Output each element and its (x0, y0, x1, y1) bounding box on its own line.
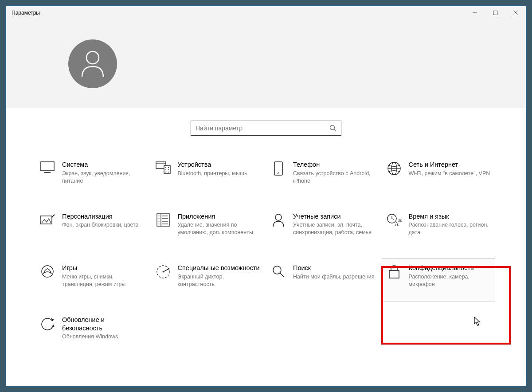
settings-window: Параметры (6, 6, 526, 386)
time-language-icon: A 字 (387, 212, 402, 227)
search-tile-icon (271, 264, 286, 279)
header-area (6, 20, 526, 108)
tile-apps[interactable]: Приложения Удаление, значения по умолчан… (153, 210, 264, 239)
tile-desc: Найти мои файлы, разрешения (293, 273, 377, 281)
svg-text:字: 字 (398, 219, 402, 223)
svg-point-29 (158, 221, 159, 222)
svg-point-17 (168, 172, 169, 172)
svg-rect-18 (274, 162, 282, 175)
svg-point-19 (278, 173, 279, 174)
svg-point-15 (168, 169, 169, 170)
tile-title: Система (62, 161, 146, 169)
svg-marker-50 (51, 325, 55, 328)
tile-title: Устройства (178, 161, 262, 169)
svg-line-24 (52, 215, 55, 217)
system-icon (40, 161, 55, 176)
tile-title: Обновление и безопасность (62, 316, 146, 333)
privacy-icon (387, 264, 402, 279)
search-row (6, 108, 526, 140)
tile-desc: Учетные записи, эл. почта, синхронизация… (293, 221, 377, 236)
tile-desc: Экран, звук, уведомления, питание (62, 170, 146, 185)
svg-point-12 (165, 167, 166, 168)
tile-system[interactable]: Система Экран, звук, уведомления, питани… (37, 158, 149, 188)
network-icon (387, 161, 402, 176)
svg-line-6 (334, 129, 336, 131)
tile-desc: Обновления Windows (62, 333, 146, 341)
accounts-icon (271, 212, 286, 227)
avatar[interactable] (68, 39, 117, 88)
settings-grid: Система Экран, звук, уведомления, питани… (37, 158, 495, 343)
svg-point-27 (158, 216, 159, 216)
svg-point-41 (42, 266, 53, 277)
content: Система Экран, звук, уведомления, питани… (6, 140, 526, 386)
svg-rect-1 (493, 11, 497, 15)
tile-title: Конфиденциальность (409, 264, 493, 272)
svg-point-45 (162, 271, 164, 273)
svg-line-47 (280, 273, 284, 277)
personalization-icon (40, 212, 55, 227)
search-box[interactable] (191, 121, 341, 136)
search-icon (329, 125, 336, 132)
tile-time-language[interactable]: A 字 Время и язык Распознавание голоса, р… (384, 210, 495, 239)
tile-title: Учетные записи (293, 212, 377, 221)
user-icon (79, 50, 106, 78)
svg-rect-48 (389, 270, 399, 278)
tile-desc: Экранный диктор, контрастность (178, 273, 262, 288)
gaming-icon (40, 264, 55, 279)
tile-devices[interactable]: Устройства Bluetooth, принтеры, мышь (153, 158, 264, 188)
svg-point-4 (86, 51, 99, 64)
tile-desc: Расположение, камера, микрофон (409, 273, 493, 288)
tile-desc: Связать устройство с Android, iPhone (293, 170, 377, 185)
tile-desc: Bluetooth, принтеры, мышь (178, 170, 262, 177)
svg-point-28 (158, 218, 159, 219)
svg-line-38 (392, 219, 394, 220)
svg-point-35 (275, 214, 282, 220)
tile-title: Время и язык (409, 212, 493, 221)
svg-point-5 (330, 125, 335, 130)
svg-point-14 (165, 169, 166, 170)
tile-desc: Удаление, значения по умолчанию, доп. ко… (178, 221, 262, 236)
accessibility-icon (156, 264, 171, 279)
window-controls (465, 6, 526, 20)
tile-desc: Меню игры, снимки, трансляция, режим игр… (62, 273, 146, 288)
tile-network[interactable]: Сеть и Интернет Wi-Fi, режим "в самолете… (384, 158, 495, 188)
window-title: Параметры (6, 10, 465, 16)
tile-title: Сеть и Интернет (409, 161, 493, 169)
titlebar: Параметры (6, 6, 526, 20)
tile-desc: Распознавание голоса, регион, дата (409, 221, 493, 236)
tile-privacy[interactable]: Конфиденциальность Расположение, камера,… (382, 258, 496, 302)
minimize-button[interactable] (465, 6, 485, 20)
tile-update[interactable]: Обновление и безопасность Обновления Win… (37, 313, 149, 344)
close-button[interactable] (505, 6, 526, 20)
tile-accessibility[interactable]: Специальные возможности Экранный диктор,… (153, 261, 264, 291)
tile-phone[interactable]: Телефон Связать устройство с Android, iP… (268, 158, 379, 188)
tile-desc: Фон, экран блокировки, цвета (62, 221, 146, 229)
tile-personalization[interactable]: Персонализация Фон, экран блокировки, цв… (37, 210, 149, 239)
tile-title: Телефон (293, 161, 377, 169)
svg-rect-11 (164, 165, 170, 173)
tile-title: Поиск (293, 264, 377, 272)
maximize-button[interactable] (485, 6, 505, 20)
apps-icon (156, 212, 171, 227)
devices-icon (156, 161, 171, 176)
svg-point-16 (165, 172, 166, 172)
tile-title: Игры (62, 264, 146, 272)
svg-point-46 (273, 266, 281, 274)
tile-accounts[interactable]: Учетные записи Учетные записи, эл. почта… (268, 210, 379, 239)
tile-desc: Wi-Fi, режим "в самолете", VPN (409, 170, 493, 177)
tile-title: Персонализация (62, 212, 146, 221)
tile-gaming[interactable]: Игры Меню игры, снимки, трансляция, режи… (37, 261, 149, 291)
phone-icon (271, 161, 286, 176)
search-input[interactable] (196, 125, 329, 132)
tile-title: Специальные возможности (178, 264, 262, 272)
svg-point-30 (158, 223, 159, 224)
tile-search[interactable]: Поиск Найти мои файлы, разрешения (268, 261, 379, 291)
update-icon (40, 316, 55, 331)
svg-rect-7 (41, 162, 54, 171)
svg-line-43 (163, 269, 168, 272)
svg-point-13 (168, 167, 169, 168)
tile-title: Приложения (178, 212, 262, 221)
